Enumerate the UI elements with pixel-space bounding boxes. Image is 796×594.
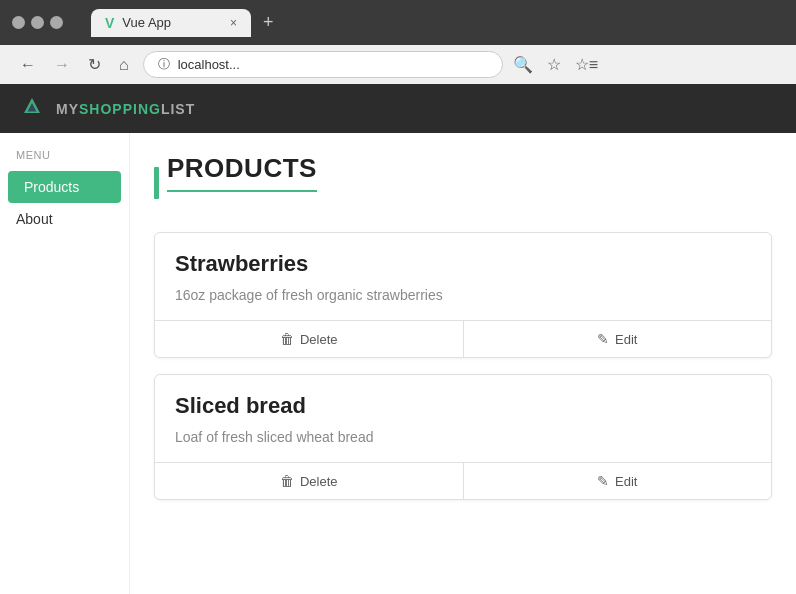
edit-icon: ✎ [597, 331, 609, 347]
traffic-lights [12, 16, 63, 29]
product-name-2: Sliced bread [175, 393, 751, 419]
refresh-button[interactable]: ↻ [84, 55, 105, 75]
new-tab-button[interactable]: + [255, 8, 282, 37]
bookmark-icon[interactable]: ☆ [547, 55, 561, 74]
product-card-strawberries: Strawberries 16oz package of fresh organ… [154, 232, 772, 358]
product-card-bread: Sliced bread Loaf of fresh sliced wheat … [154, 374, 772, 500]
edit-label: Edit [615, 332, 637, 347]
main-content: PRODUCTS Strawberries 16oz package of fr… [130, 133, 796, 594]
tab-title: Vue App [122, 15, 171, 30]
delete-button-strawberries[interactable]: 🗑 Delete [155, 321, 463, 357]
close-traffic-light[interactable] [12, 16, 25, 29]
delete-button-bread[interactable]: 🗑 Delete [155, 463, 463, 499]
tab-close-button[interactable]: × [230, 16, 237, 30]
app-title-my: MY [56, 101, 79, 117]
product-actions: 🗑 Delete ✎ Edit [155, 320, 771, 357]
page-title-row: PRODUCTS [154, 153, 772, 212]
app-header: MYSHOPPINGLIST [0, 84, 796, 133]
forward-button[interactable]: → [50, 55, 74, 75]
edit-button-strawberries[interactable]: ✎ Edit [463, 321, 772, 357]
page-title: PRODUCTS [167, 153, 317, 192]
product-description: 16oz package of fresh organic strawberri… [175, 285, 751, 306]
product-body: Strawberries 16oz package of fresh organ… [155, 233, 771, 320]
main-layout: MENU Products About PRODUCTS Strawberrie… [0, 133, 796, 594]
active-tab[interactable]: V Vue App × [91, 9, 251, 37]
product-actions-2: 🗑 Delete ✎ Edit [155, 462, 771, 499]
delete-icon: 🗑 [280, 331, 294, 347]
menu-label: MENU [0, 149, 129, 171]
delete-icon-2: 🗑 [280, 473, 294, 489]
delete-label-2: Delete [300, 474, 338, 489]
edit-label-2: Edit [615, 474, 637, 489]
product-name: Strawberries [175, 251, 751, 277]
zoom-icon[interactable]: 🔍 [513, 55, 533, 74]
sidebar-item-products[interactable]: Products [8, 171, 121, 203]
tab-favicon: V [105, 15, 114, 31]
product-body-2: Sliced bread Loaf of fresh sliced wheat … [155, 375, 771, 462]
product-description-2: Loaf of fresh sliced wheat bread [175, 427, 751, 448]
browser-chrome: V Vue App × + ← → ↻ ⌂ ⓘ localhost... 🔍 ☆… [0, 0, 796, 84]
delete-label: Delete [300, 332, 338, 347]
sidebar: MENU Products About [0, 133, 130, 594]
edit-icon-2: ✎ [597, 473, 609, 489]
address-bar[interactable]: ⓘ localhost... [143, 51, 503, 78]
url-info-icon: ⓘ [158, 56, 170, 73]
app-title-shopping: SHOPPING [79, 101, 161, 117]
sidebar-item-about[interactable]: About [0, 203, 129, 235]
home-button[interactable]: ⌂ [115, 55, 133, 75]
maximize-traffic-light[interactable] [50, 16, 63, 29]
app-title: MYSHOPPINGLIST [56, 100, 195, 118]
minimize-traffic-light[interactable] [31, 16, 44, 29]
reading-list-icon[interactable]: ☆≡ [575, 55, 598, 74]
edit-button-bread[interactable]: ✎ Edit [463, 463, 772, 499]
toolbar-icons: 🔍 ☆ ☆≡ [513, 55, 598, 74]
back-button[interactable]: ← [16, 55, 40, 75]
page-title-accent [154, 167, 159, 199]
app-title-list: LIST [161, 101, 195, 117]
url-address: localhost... [178, 57, 240, 72]
vue-logo [20, 94, 44, 123]
